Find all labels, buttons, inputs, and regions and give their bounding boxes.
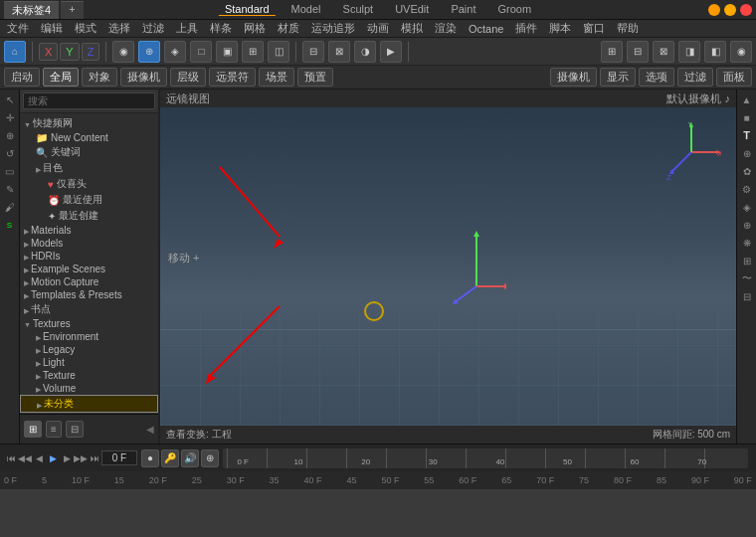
tree-item-color[interactable]: 目色 <box>20 160 158 176</box>
mode-remote[interactable]: 远景符 <box>209 68 256 87</box>
tab-sculpt[interactable]: Sculpt <box>337 3 380 16</box>
tl-ruler[interactable]: 0 F 10 20 30 40 50 60 70 <box>223 448 748 468</box>
toolbar-icon8[interactable]: ⊟ <box>302 41 324 63</box>
tb2-extra3[interactable]: 选项 <box>639 68 674 87</box>
tab-standard[interactable]: Standard <box>219 3 276 16</box>
mode-global[interactable]: 全局 <box>43 68 79 87</box>
tree-item-recent-create[interactable]: ✦ 最近创建 <box>20 208 158 224</box>
toolbar-icon3[interactable]: ◈ <box>164 41 186 63</box>
tree-item-uncategorized[interactable]: 未分类 <box>20 395 158 413</box>
tree-item-legacy[interactable]: Legacy <box>20 343 158 356</box>
tb2-extra5[interactable]: 面板 <box>716 68 752 87</box>
menu-render[interactable]: 渲染 <box>432 21 460 36</box>
tab-groom[interactable]: Groom <box>491 3 537 16</box>
tree-item-light[interactable]: Light <box>20 356 158 369</box>
tl-icon-snap[interactable]: ⊕ <box>201 449 219 467</box>
menu-mesh[interactable]: 网格 <box>241 21 269 36</box>
tree-item-hdris[interactable]: HDRIs <box>20 250 158 263</box>
tl-step-forward[interactable]: ▶▶ <box>74 451 88 465</box>
menu-tools[interactable]: 上具 <box>173 21 201 36</box>
z-axis-btn[interactable]: Z <box>82 43 100 61</box>
menu-simulate[interactable]: 模拟 <box>398 21 426 36</box>
menu-material[interactable]: 材质 <box>275 21 302 36</box>
rs-icon-circle-plus[interactable]: ⊕ <box>739 217 755 233</box>
close-button[interactable] <box>740 4 752 16</box>
tl-step-back[interactable]: ◀◀ <box>18 451 32 465</box>
left-icon-s[interactable]: S <box>2 217 18 233</box>
tree-item-models[interactable]: Models <box>20 237 158 250</box>
mode-hierarchy[interactable]: 层级 <box>170 68 206 87</box>
tl-skip-end[interactable]: ⏭ <box>88 451 101 465</box>
tree-item-shortcuts[interactable]: 快捷频网 <box>20 115 158 131</box>
menu-help[interactable]: 帮助 <box>614 21 642 36</box>
menu-octane[interactable]: Octane <box>466 23 506 35</box>
menu-window[interactable]: 窗口 <box>580 21 608 36</box>
tl-icon-key[interactable]: 🔑 <box>161 449 179 467</box>
toolbar-right4[interactable]: ◨ <box>678 41 700 63</box>
menu-animation[interactable]: 动画 <box>364 21 392 36</box>
rs-icon-text[interactable]: T <box>739 127 755 143</box>
toolbar-icon7[interactable]: ◫ <box>268 41 289 63</box>
asset-view-grid[interactable]: ⊞ <box>24 421 42 438</box>
tree-item-new-content[interactable]: 📁 New Content <box>20 131 158 144</box>
asset-view-details[interactable]: ⊟ <box>66 421 84 438</box>
rs-icon-gear[interactable]: ⚙ <box>739 181 755 197</box>
rs-icon-asterisk[interactable]: ❋ <box>739 235 755 251</box>
toolbar-right5[interactable]: ◧ <box>704 41 726 63</box>
window-tab-new[interactable]: + <box>61 1 83 19</box>
tl-forward[interactable]: ▶ <box>60 451 74 465</box>
tree-item-bookmarks[interactable]: 书点 <box>20 301 158 317</box>
tree-item-example-scenes[interactable]: Example Scenes <box>20 263 158 275</box>
tab-paint[interactable]: Paint <box>445 3 481 16</box>
tree-item-texture[interactable]: Texture <box>20 369 158 382</box>
left-icon-paint[interactable]: 🖌 <box>2 199 18 215</box>
toolbar-icon4[interactable]: □ <box>190 41 212 63</box>
tl-icon-sound[interactable]: 🔊 <box>181 449 199 467</box>
toolbar-icon2[interactable]: ⊕ <box>138 41 160 63</box>
mode-object[interactable]: 对象 <box>82 68 117 87</box>
y-axis-btn[interactable]: Y <box>60 43 79 61</box>
tb2-extra1[interactable]: 摄像机 <box>550 68 597 87</box>
tree-item-favorites[interactable]: ♥ 仅喜头 <box>20 176 158 192</box>
mode-camera[interactable]: 摄像机 <box>120 68 167 87</box>
menu-script[interactable]: 脚本 <box>546 21 574 36</box>
rs-icon-arrow[interactable]: ▲ <box>739 91 755 107</box>
menu-edit[interactable]: 编辑 <box>38 21 66 36</box>
tb2-extra2[interactable]: 显示 <box>600 68 636 87</box>
toolbar-home[interactable]: ⌂ <box>4 41 26 63</box>
transform-gizmo[interactable] <box>447 227 506 306</box>
maximize-button[interactable] <box>724 4 736 16</box>
tree-item-materials[interactable]: Materials <box>20 224 158 237</box>
rs-icon-plus[interactable]: ⊕ <box>739 145 755 161</box>
tree-item-motion-capture[interactable]: Motion Capture <box>20 275 158 288</box>
menu-motion[interactable]: 运动追形 <box>308 21 358 36</box>
viewport-canvas[interactable]: 移动 + X Y Z <box>160 107 736 426</box>
toolbar-icon9[interactable]: ⊠ <box>328 41 350 63</box>
menu-mode[interactable]: 模式 <box>72 21 99 36</box>
rs-icon-wave[interactable]: 〜 <box>739 270 755 286</box>
tl-back[interactable]: ◀ <box>32 451 46 465</box>
left-icon-select[interactable]: ▭ <box>2 163 18 179</box>
menu-filter[interactable]: 过滤 <box>139 21 167 36</box>
left-icon-arrow[interactable]: ↖ <box>2 91 18 107</box>
toolbar-right6[interactable]: ◉ <box>730 41 752 63</box>
tree-item-templates[interactable]: Templates & Presets <box>20 288 158 301</box>
rs-icon-grid[interactable]: ⊞ <box>739 253 755 268</box>
tl-skip-start[interactable]: ⏮ <box>4 451 18 465</box>
rs-icon-diamond[interactable]: ◈ <box>739 199 755 215</box>
toolbar-icon1[interactable]: ◉ <box>112 41 134 63</box>
toolbar-right1[interactable]: ⊞ <box>601 41 623 63</box>
toolbar-render[interactable]: ▶ <box>380 41 402 63</box>
left-icon-scale[interactable]: ⊕ <box>2 127 18 143</box>
tree-item-recent[interactable]: ⏰ 最近使用 <box>20 192 158 208</box>
tab-model[interactable]: Model <box>285 3 327 16</box>
tree-item-textures[interactable]: Textures <box>20 317 158 330</box>
rs-icon-grid2[interactable]: ⊟ <box>739 288 755 304</box>
left-icon-move[interactable]: ✛ <box>2 109 18 125</box>
toolbar-right2[interactable]: ⊟ <box>627 41 649 63</box>
toolbar-icon6[interactable]: ⊞ <box>242 41 264 63</box>
menu-file[interactable]: 文件 <box>4 21 32 36</box>
tl-icon-record[interactable]: ● <box>141 449 159 467</box>
menu-select[interactable]: 选择 <box>105 21 133 36</box>
left-icon-rotate[interactable]: ↺ <box>2 145 18 161</box>
